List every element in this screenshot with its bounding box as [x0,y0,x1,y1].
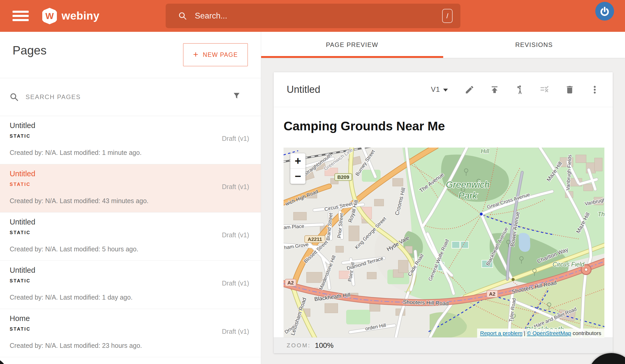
preview-page-title: Untitled [287,84,320,95]
road-badge: A2 [487,290,498,298]
page-status: Draft (v1) [222,183,249,191]
page-list-item[interactable]: Untitled STATIC Draft (v1) Created by: N… [0,164,261,213]
road-badge: A2 [285,279,296,286]
openstreetmap-canvas: B209A2211A2A2 StraightsmouthGreenwich Li… [284,148,604,338]
page-item-title: Untitled [10,121,35,130]
tab-revisions[interactable]: REVISIONS [443,32,625,58]
page-created-info: Created by: N/A. Last modified: 1 day ag… [10,294,133,301]
delete-icon[interactable] [565,85,575,95]
page-status: Draft (v1) [222,231,249,239]
preview-tabs: PAGE PREVIEW REVISIONS [261,32,625,58]
sidebar-search-row [0,78,261,116]
page-item-title: Untitled [10,218,35,226]
page-list-item[interactable]: Untitled STATIC Draft (v1) Created by: N… [0,116,261,164]
active-tab-indicator [261,56,443,58]
preview-zoom-bar: ZOOM: 100% [274,337,613,353]
hamburger-menu-icon[interactable] [13,9,29,23]
svg-text:W: W [45,11,54,21]
map-label: Park [458,190,477,201]
search-pages-input[interactable] [25,93,193,101]
page-list-item[interactable]: Untitled STATIC Draft (v1) Created by: N… [0,213,261,261]
request-review-icon[interactable] [515,85,525,95]
map-attribution: Report a problem | © OpenStreetMap contr… [477,329,605,338]
page-status: Draft (v1) [222,280,249,287]
zoom-value: 100% [315,341,334,350]
pages-list: Untitled STATIC Draft (v1) Created by: N… [0,116,261,357]
version-dropdown[interactable]: V1 [431,86,448,94]
page-created-info: Created by: N/A. Last modified: 43 minut… [10,197,148,205]
map-label: The [598,211,604,218]
edit-icon[interactable] [465,85,474,95]
requested-changes-icon[interactable] [540,85,550,95]
svg-text:A2: A2 [287,280,294,286]
preview-card-header: Untitled V1 [274,72,613,107]
global-search-input[interactable] [194,11,442,21]
svg-text:A2: A2 [489,291,495,297]
page-type-badge: STATIC [10,134,31,139]
page-type-badge: STATIC [10,326,31,332]
page-type-badge: STATIC [10,278,31,284]
webiny-logo[interactable]: W webiny [42,8,99,24]
svg-text:B209: B209 [337,174,349,180]
page-content-heading: Camping Grounds Near Me [284,119,613,133]
preview-toolbar [465,85,600,95]
more-options-icon[interactable] [590,85,600,95]
sidebar-header: Pages + NEW PAGE [0,32,261,78]
map-zoom-in-button[interactable]: + [290,153,305,168]
search-shortcut-key: / [442,9,453,23]
page-item-title: Home [10,314,30,323]
zoom-label: ZOOM: [287,342,311,349]
search-icon [178,11,187,20]
page-type-badge: STATIC [10,182,31,187]
map-embed[interactable]: B209A2211A2A2 StraightsmouthGreenwich Li… [284,148,604,338]
osm-copyright-link[interactable]: © OpenStreetMap [527,330,571,336]
webiny-hexagon-icon: W [42,8,57,24]
new-page-button[interactable]: + NEW PAGE [183,43,248,66]
page-item-title: Untitled [10,266,35,275]
pages-sidebar: Pages + NEW PAGE Untitled STATIC Draft (… [0,32,261,364]
map-label: Greenwich [446,179,489,190]
map-label: Hill [481,148,489,155]
map-zoom-out-button[interactable]: − [290,169,305,184]
tab-page-preview[interactable]: PAGE PREVIEW [261,32,443,58]
svg-text:A2211: A2211 [308,236,322,242]
preview-pane: PAGE PREVIEW REVISIONS Untitled V1 [261,32,625,364]
map-zoom-control: + − [290,153,305,184]
global-search-bar[interactable]: / [166,4,460,28]
page-created-info: Created by: N/A. Last modified: 23 hours… [10,342,142,349]
filter-icon[interactable] [232,91,242,101]
report-problem-link[interactable]: Report a problem [480,330,522,336]
user-avatar[interactable] [595,2,614,21]
page-item-title: Untitled [10,169,35,178]
page-title: Pages [13,43,46,57]
plus-icon: + [193,49,199,59]
page-preview-card: Untitled V1 [274,72,613,353]
top-app-bar: W webiny / [0,0,625,32]
page-created-info: Created by: N/A. Last modified: 5 hours … [10,245,138,253]
preview-content: Untitled V1 [261,58,625,364]
logo-wordmark: webiny [62,10,99,22]
page-list-item[interactable]: Home STATIC Draft (v1) Created by: N/A. … [0,309,261,357]
page-created-info: Created by: N/A. Last modified: 1 minute… [10,149,142,156]
page-type-badge: STATIC [10,230,31,235]
chevron-down-icon [443,89,448,92]
power-icon [599,5,610,17]
road-badge: B209 [335,174,352,181]
publish-icon[interactable] [490,85,500,95]
page-status: Draft (v1) [222,328,249,335]
search-icon [9,92,19,102]
page-status: Draft (v1) [222,135,249,142]
map-label: Circus Field [552,261,585,268]
page-list-item[interactable]: Untitled STATIC Draft (v1) Created by: N… [0,261,261,309]
